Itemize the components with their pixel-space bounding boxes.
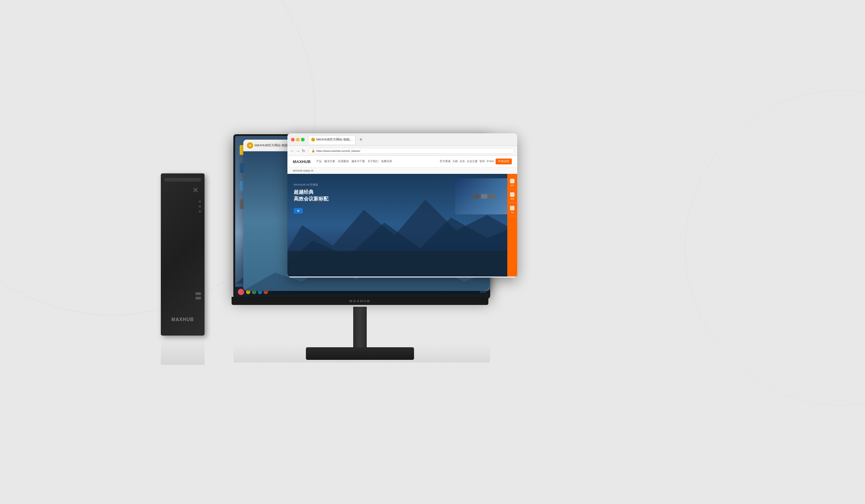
pc-tower: ✕ MAXHUB — [161, 173, 205, 336]
browser-close-btn[interactable] — [291, 138, 295, 141]
browser-minimize-btn[interactable] — [296, 138, 300, 141]
new-tab-button[interactable]: + — [357, 136, 364, 143]
nav-apply-button[interactable]: 申请试用 — [496, 159, 512, 164]
product-screen-inner — [455, 178, 514, 214]
browser-nav-buttons: ← → ↻ — [290, 149, 305, 153]
port-3 — [199, 210, 201, 213]
port-1 — [199, 200, 201, 203]
monitor-brand-label: MAXHUB — [349, 299, 370, 303]
url-text: https://www.maxhub.com/v6_classic/ — [316, 150, 360, 152]
side-panel-consult[interactable]: 咨询 — [508, 177, 516, 189]
tower-ports — [199, 200, 201, 213]
nav-about[interactable]: 关于我们 — [368, 159, 378, 163]
service-icon — [510, 192, 514, 197]
tower-top-strip — [164, 178, 201, 182]
sub-favicon-2: M — [247, 142, 253, 149]
product-screen — [455, 178, 514, 214]
tab-favicon — [311, 138, 315, 141]
site-side-panel: 咨询 客服 Top — [507, 174, 517, 277]
hero-apply-btn[interactable]: M — [294, 208, 303, 213]
site-breadcrumb-bar: MAXHUB 经典版 V6 — [287, 168, 517, 174]
browser-url-box[interactable]: 🔒 https://www.maxhub.com/v6_classic/ — [308, 148, 514, 154]
site-hero-section: MAXHUB V6 经典版 超越经典 高效会议新标配 M — [287, 174, 517, 277]
active-browser-tab[interactable]: MAXHUB官方网站-智能... — [308, 135, 355, 144]
browser-back-btn[interactable]: ← — [290, 149, 294, 153]
nav-jingdong[interactable]: 京东 — [460, 159, 465, 163]
tower-body: ✕ MAXHUB — [161, 173, 205, 336]
browser-chrome-bar: MAXHUB官方网站-智能... + — [287, 133, 517, 146]
nav-cases[interactable]: 应用案例 — [338, 159, 349, 163]
nav-trial[interactable]: 免费试用 — [381, 159, 392, 163]
nav-official-store[interactable]: 官方商城 — [440, 159, 451, 163]
website-content: MAXHUB 产品 解决方案 应用案例 服务与下载 关于我们 免费试用 官方商城… — [287, 156, 517, 277]
usb-1 — [196, 292, 201, 295]
browser-maximize-btn[interactable] — [301, 138, 305, 141]
tab-title: MAXHUB官方网站-智能... — [316, 137, 352, 142]
nav-enterprise[interactable]: 企业注册 — [467, 159, 478, 163]
svg-rect-6 — [287, 251, 517, 277]
hero-text-content: MAXHUB V6 经典版 超越经典 高效会议新标配 M — [294, 183, 328, 213]
monitor-reflection — [233, 345, 490, 363]
browser-forward-btn[interactable]: → — [296, 149, 300, 153]
hero-title-line1: 超越经典 高效会议新标配 — [294, 189, 328, 203]
nav-login[interactable]: 登录 — [479, 159, 485, 163]
tower-logo-x: ✕ — [191, 186, 199, 194]
monitor-stand-neck — [353, 307, 367, 347]
top-icon — [510, 206, 514, 210]
side-panel-service[interactable]: 客服 — [508, 190, 516, 203]
nav-services[interactable]: 服务与下载 — [351, 159, 365, 163]
usb-2 — [196, 297, 201, 300]
consult-label: 咨询 — [510, 184, 514, 186]
side-panel-top[interactable]: Top — [508, 204, 516, 216]
browser-window-controls — [291, 138, 305, 141]
monitor-bottom-bezel: MAXHUB — [232, 297, 488, 305]
tower-brand-label: MAXHUB — [172, 317, 194, 322]
consult-icon — [510, 179, 514, 183]
hero-tag-text: MAXHUB V6 经典版 — [294, 183, 328, 187]
tower-usb-ports — [196, 292, 201, 300]
top-label: Top — [511, 211, 514, 213]
service-label: 客服 — [510, 198, 514, 200]
main-scene: ✕ MAXHUB — [0, 0, 865, 504]
nav-tmall[interactable]: 天猫 — [452, 159, 458, 163]
site-nav-right: 官方商城 天猫 京东 企业注册 登录 中/EN 申请试用 — [440, 159, 512, 164]
nav-products[interactable]: 产品 — [316, 159, 322, 163]
nav-solutions[interactable]: 解决方案 — [324, 159, 335, 163]
lock-icon: 🔒 — [311, 149, 315, 153]
browser-window-main: MAXHUB官方网站-智能... + ← → ↻ 🔒 https://www.m… — [287, 133, 517, 277]
breadcrumb-text: MAXHUB 经典版 V6 — [293, 169, 313, 172]
hero-logo-small: M — [294, 208, 303, 213]
nav-lang[interactable]: 中/EN — [487, 159, 494, 163]
tower-reflection — [161, 338, 205, 365]
site-logo: MAXHUB — [293, 159, 311, 164]
browser-tabs: MAXHUB官方网站-智能... + — [308, 135, 364, 144]
browser-address-bar: ← → ↻ 🔒 https://www.maxhub.com/v6_classi… — [287, 146, 517, 156]
port-2 — [199, 205, 201, 208]
browser-refresh-btn[interactable]: ↻ — [302, 149, 305, 153]
site-navigation: MAXHUB 产品 解决方案 应用案例 服务与下载 关于我们 免费试用 官方商城… — [287, 156, 517, 168]
hero-product-image — [455, 178, 514, 219]
